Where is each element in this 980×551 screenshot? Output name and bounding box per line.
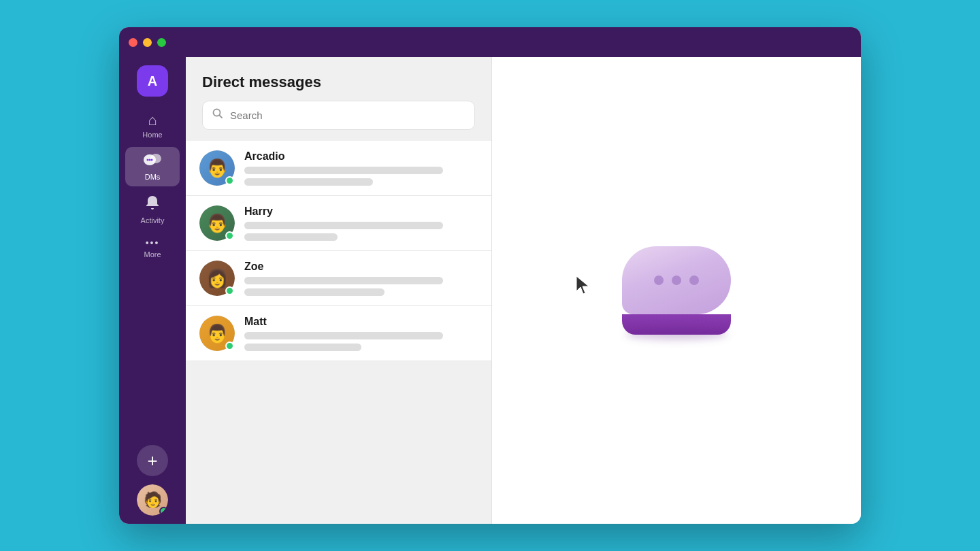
dm-item-harry[interactable]: 👨 Harry (186, 196, 491, 251)
arcadio-status (225, 176, 234, 185)
svg-point-4 (151, 159, 153, 161)
main-content (492, 57, 861, 524)
search-bar[interactable] (202, 101, 475, 130)
more-icon: ••• (146, 238, 160, 248)
zoe-info: Zoe (244, 261, 478, 296)
arcadio-info: Arcadio (244, 150, 478, 186)
sidebar-item-dms-label: DMs (145, 173, 161, 181)
preview-line-2 (244, 288, 385, 296)
sidebar-item-activity-label: Activity (141, 216, 165, 224)
cursor-icon (574, 275, 593, 301)
empty-state-illustration (622, 246, 731, 335)
plus-icon: + (147, 452, 157, 469)
search-icon (212, 108, 223, 122)
bubble-shadow (625, 328, 728, 340)
harry-name: Harry (244, 205, 478, 218)
dm-item-zoe[interactable]: 👩 Zoe (186, 251, 491, 306)
home-icon: ⌂ (148, 113, 157, 128)
sidebar-item-dms[interactable]: DMs (125, 147, 180, 186)
preview-line-1 (244, 222, 443, 229)
sidebar: A ⌂ Home DMs (119, 57, 186, 524)
sidebar-item-home[interactable]: ⌂ Home (125, 107, 180, 144)
minimize-button[interactable] (143, 38, 152, 47)
dm-item-matt[interactable]: 👨 Matt (186, 306, 491, 361)
bubble-top (622, 246, 731, 314)
harry-status (225, 231, 234, 240)
harry-info: Harry (244, 205, 478, 241)
chat-bubble-3d (622, 246, 731, 335)
matt-status (225, 341, 234, 350)
dm-item-arcadio[interactable]: 👨 Arcadio (186, 141, 491, 196)
workspace-avatar[interactable]: A (137, 65, 168, 97)
dm-list: 👨 Arcadio 👨 (186, 141, 491, 524)
sidebar-item-activity[interactable]: Activity (125, 189, 180, 230)
user-online-indicator (159, 507, 168, 516)
dm-panel-header: Direct messages (186, 57, 491, 141)
preview-line-1 (244, 332, 443, 339)
zoe-status (225, 286, 234, 295)
preview-line-2 (244, 178, 373, 186)
svg-point-1 (150, 154, 161, 163)
close-button[interactable] (129, 38, 137, 47)
preview-line-1 (244, 277, 443, 284)
maximize-button[interactable] (157, 38, 166, 47)
svg-point-2 (147, 159, 149, 161)
title-bar (119, 27, 861, 57)
sidebar-item-more-label: More (144, 250, 161, 258)
svg-point-3 (149, 159, 151, 161)
preview-line-2 (244, 344, 361, 351)
dm-panel-title: Direct messages (202, 73, 475, 91)
zoe-name: Zoe (244, 261, 478, 273)
activity-icon (145, 195, 160, 214)
dm-avatar-wrap: 👨 (199, 205, 235, 241)
bubble-dot-3 (689, 276, 699, 285)
sidebar-item-more[interactable]: ••• More (125, 233, 180, 264)
dm-avatar-wrap: 👩 (199, 261, 235, 296)
matt-info: Matt (244, 316, 478, 351)
preview-line-2 (244, 233, 338, 241)
dms-icon (144, 152, 161, 170)
add-new-button[interactable]: + (137, 445, 168, 476)
bubble-dot-1 (654, 276, 664, 285)
sidebar-item-label: Home (142, 131, 162, 139)
dm-panel: Direct messages 👨 (186, 57, 492, 524)
dm-avatar-wrap: 👨 (199, 150, 235, 186)
matt-name: Matt (244, 316, 478, 328)
dm-avatar-wrap: 👨 (199, 316, 235, 351)
search-input[interactable] (230, 110, 465, 121)
app-body: A ⌂ Home DMs (119, 57, 861, 524)
current-user-avatar[interactable]: 🧑 (137, 484, 168, 516)
app-window: A ⌂ Home DMs (119, 27, 861, 524)
preview-line-1 (244, 167, 443, 174)
arcadio-name: Arcadio (244, 150, 478, 163)
bubble-dot-2 (672, 276, 681, 285)
